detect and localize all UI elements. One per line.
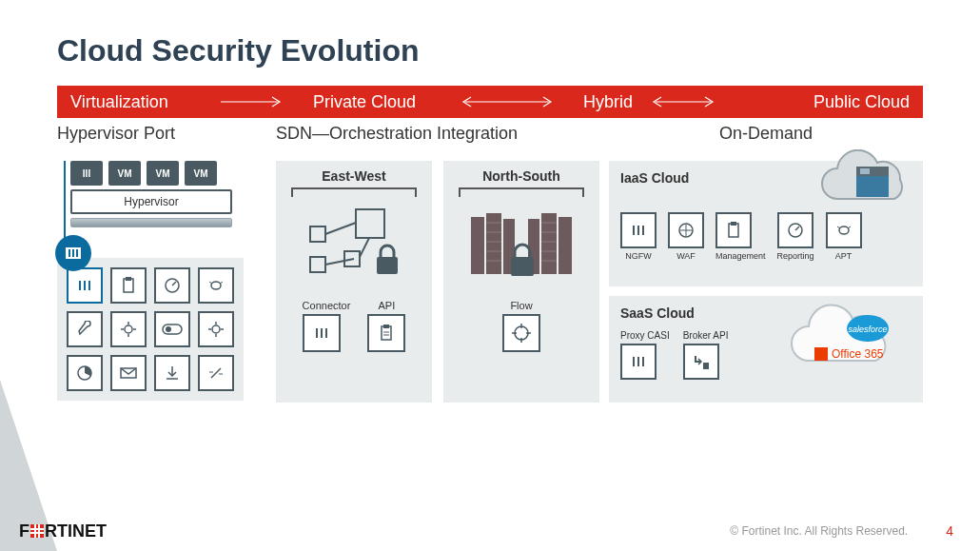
svg-rect-97 [34,524,36,538]
east-west-panel: East-West [276,161,432,403]
shield-icon [668,212,704,248]
salesforce-logo: salesforce [848,325,887,334]
arrow-db-icon [683,344,719,380]
target-icon [502,314,540,352]
evolution-band: Virtualization Private Cloud Hybrid Publ… [57,86,923,118]
vm-tile: VM [185,161,217,186]
svg-rect-36 [356,209,384,238]
svg-rect-96 [30,532,44,534]
gear-icon [110,311,147,347]
server-rack-icon [70,218,232,227]
cloud-saas-icon: salesforce Office 365 [780,302,913,389]
unlink-icon [198,355,234,391]
clipboard-icon [715,212,752,248]
vm-tile: III [70,161,103,186]
topology-diagram [285,199,422,294]
arrow-right-icon [213,96,313,108]
icon-label: WAF [676,251,696,261]
content-columns: III VM VM VM Hypervisor [57,161,923,403]
north-south-panel: North-South [443,161,599,403]
svg-rect-47 [382,326,391,340]
slide: Cloud Security Evolution Virtualization … [0,0,980,403]
svg-rect-11 [126,277,131,281]
svg-rect-81 [731,222,736,226]
clipboard-icon [367,314,405,352]
datacenter-diagram [453,199,590,294]
svg-line-40 [325,223,356,234]
sub-hypervisor-port: Hypervisor Port [57,124,276,144]
saas-panel: salesforce Office 365 SaaS Cloud Proxy C… [609,296,923,403]
bracket-icon [459,187,584,195]
icon-label: Management [715,251,766,261]
svg-rect-37 [310,226,325,242]
band-public-cloud: Public Cloud [732,92,910,112]
reporting-item: Reporting [777,212,814,261]
gauge-icon [777,212,813,248]
icon-label: Broker API [683,330,729,341]
sub-on-demand: On-Demand [609,124,923,144]
hypervisor-diagram: III VM VM VM Hypervisor [57,161,247,401]
svg-rect-88 [814,347,828,361]
svg-line-33 [211,368,221,378]
icon-label: Reporting [777,251,814,261]
svg-rect-10 [124,279,133,292]
svg-rect-73 [856,174,889,197]
sub-sdn-orchestration: SDN—Orchestration Integration [276,124,609,144]
cloud-column: IaaS Cloud NGFW WAF Management Reporting… [609,161,923,403]
flow-label: Flow [502,300,540,311]
svg-rect-38 [310,257,325,272]
proxy-casi-item: Proxy CASI [620,330,670,383]
panel-title: East-West [285,168,422,184]
fortinet-logo: FRTINET [19,521,107,541]
download-icon [154,355,190,391]
bug-icon [198,267,234,304]
clipboard-icon [110,267,147,304]
arrow-bidir-icon [456,96,570,108]
svg-rect-48 [383,325,389,328]
management-item: Management [715,212,766,261]
vm-tile: VM [147,161,179,186]
svg-text:Office 365: Office 365 [832,347,884,361]
firewall-icon [620,344,657,380]
icon-label: NGFW [625,251,652,261]
subcaption-row: Hypervisor Port SDN—Orchestration Integr… [57,124,923,144]
connector-label: Connector [303,300,351,311]
feature-icon-grid [57,258,244,401]
svg-line-13 [172,282,176,285]
gear-icon [198,311,234,347]
svg-rect-95 [30,528,44,530]
svg-point-68 [515,326,528,340]
flow-item: Flow [502,300,540,352]
svg-line-41 [325,259,354,265]
svg-rect-98 [38,524,40,538]
svg-rect-67 [511,257,534,276]
svg-point-14 [211,282,221,289]
firewall-circle-icon [55,235,91,271]
broker-api-item: Broker API [683,330,729,383]
panel-controls: Connector API [285,300,422,352]
svg-line-42 [360,238,369,257]
wrench-icon [67,311,103,347]
svg-rect-94 [30,524,44,538]
api-item: API [367,300,405,352]
svg-point-17 [125,325,132,333]
panel-controls: Flow [453,300,590,352]
icon-label: Proxy CASI [620,330,670,341]
page-number: 4 [946,523,953,539]
copyright-text: © Fortinet Inc. All Rights Reserved. [730,524,908,538]
gauge-icon [154,267,190,304]
office365-logo: Office 365 [814,347,884,361]
vm-tile-row: III VM VM VM [70,161,247,186]
firewall-icon [67,267,103,304]
svg-point-24 [212,325,220,333]
band-hybrid: Hybrid [570,92,646,112]
slide-footer: FRTINET © Fortinet Inc. All Rights Reser… [0,511,980,551]
svg-point-23 [166,326,171,332]
band-private-cloud: Private Cloud [313,92,456,112]
svg-rect-75 [860,168,870,174]
cloud-vm-icon [811,149,915,224]
slide-title: Cloud Security Evolution [57,33,923,69]
iaas-panel: IaaS Cloud NGFW WAF Management Reporting… [609,161,923,286]
toggle-icon [154,311,190,347]
arrow-bidir-icon [646,96,732,108]
